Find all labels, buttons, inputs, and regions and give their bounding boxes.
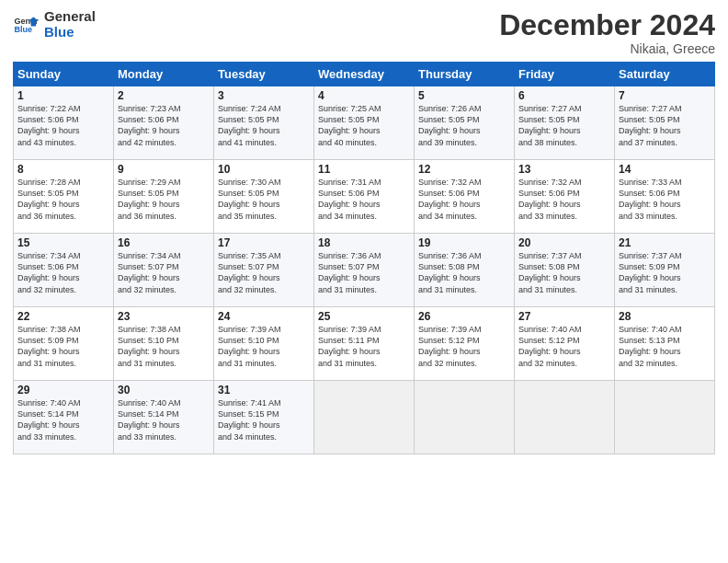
cell-content: Sunrise: 7:41 AM Sunset: 5:15 PM Dayligh… [218, 397, 310, 442]
calendar-row: 8Sunrise: 7:28 AM Sunset: 5:05 PM Daylig… [14, 160, 715, 234]
calendar-cell [615, 381, 715, 454]
cell-content: Sunrise: 7:38 AM Sunset: 5:09 PM Dayligh… [17, 324, 109, 369]
cell-content: Sunrise: 7:40 AM Sunset: 5:14 PM Dayligh… [118, 397, 210, 442]
cell-content: Sunrise: 7:27 AM Sunset: 5:05 PM Dayligh… [518, 103, 610, 148]
day-number: 16 [118, 236, 210, 249]
calendar-cell: 1Sunrise: 7:22 AM Sunset: 5:06 PM Daylig… [14, 86, 114, 160]
day-number: 2 [118, 89, 210, 102]
calendar-cell [415, 381, 515, 454]
calendar-cell: 25Sunrise: 7:39 AM Sunset: 5:11 PM Dayli… [314, 307, 415, 381]
col-wednesday: Wednesday [314, 63, 415, 86]
cell-content: Sunrise: 7:31 AM Sunset: 5:06 PM Dayligh… [318, 177, 410, 222]
svg-text:Blue: Blue [14, 25, 32, 34]
day-number: 26 [418, 310, 510, 323]
calendar-cell: 17Sunrise: 7:35 AM Sunset: 5:07 PM Dayli… [214, 234, 314, 307]
cell-content: Sunrise: 7:39 AM Sunset: 5:10 PM Dayligh… [218, 324, 310, 369]
cell-content: Sunrise: 7:40 AM Sunset: 5:13 PM Dayligh… [619, 324, 711, 369]
day-number: 3 [218, 89, 310, 102]
calendar-cell: 2Sunrise: 7:23 AM Sunset: 5:06 PM Daylig… [114, 86, 214, 160]
calendar-cell: 24Sunrise: 7:39 AM Sunset: 5:10 PM Dayli… [214, 307, 314, 381]
cell-content: Sunrise: 7:23 AM Sunset: 5:06 PM Dayligh… [118, 103, 210, 148]
month-title: December 2024 [499, 9, 715, 41]
day-number: 1 [17, 89, 109, 102]
calendar-cell: 31Sunrise: 7:41 AM Sunset: 5:15 PM Dayli… [214, 381, 314, 454]
location: Nikaia, Greece [499, 41, 715, 56]
calendar-cell [515, 381, 615, 454]
day-number: 25 [318, 310, 410, 323]
cell-content: Sunrise: 7:33 AM Sunset: 5:06 PM Dayligh… [619, 177, 711, 222]
calendar-cell: 30Sunrise: 7:40 AM Sunset: 5:14 PM Dayli… [114, 381, 214, 454]
calendar-cell: 20Sunrise: 7:37 AM Sunset: 5:08 PM Dayli… [515, 234, 615, 307]
day-number: 19 [418, 236, 510, 249]
day-number: 5 [418, 89, 510, 102]
calendar-cell: 8Sunrise: 7:28 AM Sunset: 5:05 PM Daylig… [14, 160, 114, 234]
day-number: 7 [619, 89, 711, 102]
day-number: 14 [619, 163, 711, 176]
cell-content: Sunrise: 7:36 AM Sunset: 5:08 PM Dayligh… [418, 250, 510, 295]
title-block: December 2024 Nikaia, Greece [499, 9, 715, 56]
day-number: 6 [518, 89, 610, 102]
calendar-cell: 26Sunrise: 7:39 AM Sunset: 5:12 PM Dayli… [415, 307, 515, 381]
cell-content: Sunrise: 7:37 AM Sunset: 5:09 PM Dayligh… [619, 250, 711, 295]
day-number: 24 [218, 310, 310, 323]
day-number: 9 [118, 163, 210, 176]
calendar-cell: 23Sunrise: 7:38 AM Sunset: 5:10 PM Dayli… [114, 307, 214, 381]
calendar-cell: 12Sunrise: 7:32 AM Sunset: 5:06 PM Dayli… [415, 160, 515, 234]
day-number: 4 [318, 89, 410, 102]
calendar-cell: 7Sunrise: 7:27 AM Sunset: 5:05 PM Daylig… [615, 86, 715, 160]
calendar-cell: 28Sunrise: 7:40 AM Sunset: 5:13 PM Dayli… [615, 307, 715, 381]
cell-content: Sunrise: 7:25 AM Sunset: 5:05 PM Dayligh… [318, 103, 410, 148]
col-tuesday: Tuesday [214, 63, 314, 86]
cell-content: Sunrise: 7:38 AM Sunset: 5:10 PM Dayligh… [118, 324, 210, 369]
cell-content: Sunrise: 7:37 AM Sunset: 5:08 PM Dayligh… [518, 250, 610, 295]
col-friday: Friday [515, 63, 615, 86]
calendar-row: 1Sunrise: 7:22 AM Sunset: 5:06 PM Daylig… [14, 86, 715, 160]
calendar-row: 22Sunrise: 7:38 AM Sunset: 5:09 PM Dayli… [14, 307, 715, 381]
calendar-cell: 11Sunrise: 7:31 AM Sunset: 5:06 PM Dayli… [314, 160, 415, 234]
cell-content: Sunrise: 7:24 AM Sunset: 5:05 PM Dayligh… [218, 103, 310, 148]
calendar-cell [314, 381, 415, 454]
day-number: 12 [418, 163, 510, 176]
page-header: General Blue General Blue December 2024 … [13, 9, 715, 56]
day-number: 28 [619, 310, 711, 323]
cell-content: Sunrise: 7:32 AM Sunset: 5:06 PM Dayligh… [518, 177, 610, 222]
cell-content: Sunrise: 7:39 AM Sunset: 5:11 PM Dayligh… [318, 324, 410, 369]
day-number: 8 [17, 163, 109, 176]
calendar-cell: 16Sunrise: 7:34 AM Sunset: 5:07 PM Dayli… [114, 234, 214, 307]
cell-content: Sunrise: 7:40 AM Sunset: 5:14 PM Dayligh… [17, 397, 109, 442]
day-number: 20 [518, 236, 610, 249]
day-number: 23 [118, 310, 210, 323]
day-number: 11 [318, 163, 410, 176]
day-number: 29 [17, 384, 109, 396]
calendar-cell: 15Sunrise: 7:34 AM Sunset: 5:06 PM Dayli… [14, 234, 114, 307]
day-number: 18 [318, 236, 410, 249]
cell-content: Sunrise: 7:34 AM Sunset: 5:06 PM Dayligh… [17, 250, 109, 295]
day-number: 30 [118, 384, 210, 396]
logo-line1: General [44, 9, 96, 25]
cell-content: Sunrise: 7:26 AM Sunset: 5:05 PM Dayligh… [418, 103, 510, 148]
cell-content: Sunrise: 7:39 AM Sunset: 5:12 PM Dayligh… [418, 324, 510, 369]
calendar-cell: 27Sunrise: 7:40 AM Sunset: 5:12 PM Dayli… [515, 307, 615, 381]
cell-content: Sunrise: 7:27 AM Sunset: 5:05 PM Dayligh… [619, 103, 711, 148]
calendar-cell: 19Sunrise: 7:36 AM Sunset: 5:08 PM Dayli… [415, 234, 515, 307]
calendar-cell: 18Sunrise: 7:36 AM Sunset: 5:07 PM Dayli… [314, 234, 415, 307]
calendar-cell: 9Sunrise: 7:29 AM Sunset: 5:05 PM Daylig… [114, 160, 214, 234]
calendar-cell: 21Sunrise: 7:37 AM Sunset: 5:09 PM Dayli… [615, 234, 715, 307]
logo-line2: Blue [44, 25, 96, 40]
calendar-cell: 3Sunrise: 7:24 AM Sunset: 5:05 PM Daylig… [214, 86, 314, 160]
calendar-cell: 6Sunrise: 7:27 AM Sunset: 5:05 PM Daylig… [515, 86, 615, 160]
col-thursday: Thursday [415, 63, 515, 86]
cell-content: Sunrise: 7:32 AM Sunset: 5:06 PM Dayligh… [418, 177, 510, 222]
calendar-cell: 4Sunrise: 7:25 AM Sunset: 5:05 PM Daylig… [314, 86, 415, 160]
day-number: 15 [17, 236, 109, 249]
calendar-cell: 22Sunrise: 7:38 AM Sunset: 5:09 PM Dayli… [14, 307, 114, 381]
cell-content: Sunrise: 7:34 AM Sunset: 5:07 PM Dayligh… [118, 250, 210, 295]
col-sunday: Sunday [14, 63, 114, 86]
calendar-cell: 13Sunrise: 7:32 AM Sunset: 5:06 PM Dayli… [515, 160, 615, 234]
logo: General Blue General Blue [13, 9, 96, 40]
day-number: 22 [17, 310, 109, 323]
page-container: General Blue General Blue December 2024 … [0, 0, 728, 462]
cell-content: Sunrise: 7:30 AM Sunset: 5:05 PM Dayligh… [218, 177, 310, 222]
col-monday: Monday [114, 63, 214, 86]
cell-content: Sunrise: 7:36 AM Sunset: 5:07 PM Dayligh… [318, 250, 410, 295]
